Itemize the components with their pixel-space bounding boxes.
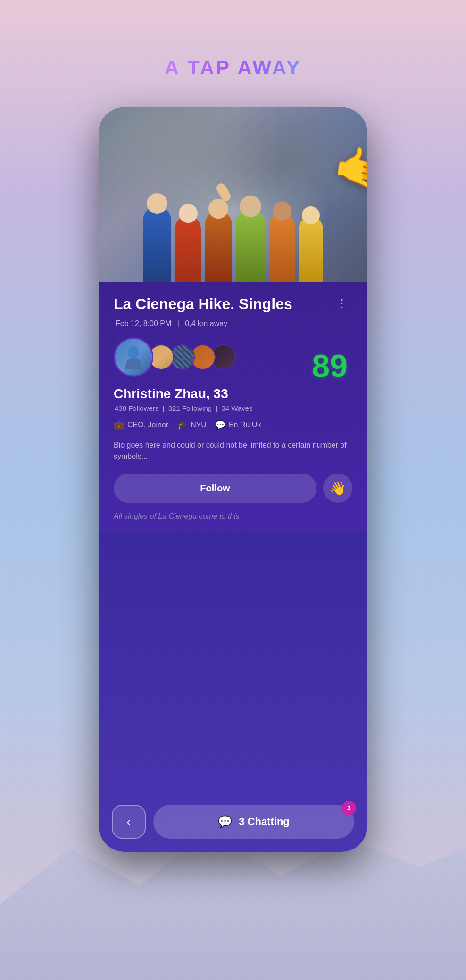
- wave-button[interactable]: 👋: [323, 474, 352, 503]
- card-header: La Cienega Hike. Singles ⋮: [114, 295, 352, 313]
- svg-point-0: [128, 346, 139, 359]
- notification-badge: 2: [342, 801, 356, 815]
- chat-bubble-icon: 💬: [218, 815, 232, 828]
- event-separator: |: [177, 319, 179, 327]
- event-distance: 0,4 km away: [185, 319, 227, 327]
- follow-button[interactable]: Follow: [114, 474, 316, 503]
- graduation-icon: 🎓: [177, 420, 187, 430]
- back-arrow-icon: ‹: [126, 814, 131, 829]
- profile-section: Christine Zhau, 33 438 Followers | 321 F…: [114, 386, 352, 412]
- chatting-button[interactable]: 💬 3 Chatting 2: [153, 805, 354, 839]
- tags-row: 💼 CEO, Joiner 🎓 NYU 💬 En Ru Uk: [114, 420, 352, 430]
- avatars-row: 89: [114, 337, 352, 377]
- briefcase-icon: 💼: [114, 420, 124, 430]
- waves-count: 34 Waves: [221, 404, 252, 412]
- followers-count: 438 Followers: [115, 404, 158, 412]
- people-silhouettes: [120, 178, 346, 282]
- hero-photo: [99, 107, 367, 282]
- speech-icon: 💬: [215, 420, 225, 430]
- following-count: 321 Following: [168, 404, 212, 412]
- avatar-main[interactable]: [114, 337, 153, 377]
- back-button[interactable]: ‹: [112, 805, 146, 839]
- education-label: NYU: [191, 421, 207, 429]
- preview-text: All singles of La Cienega come to this: [114, 512, 352, 521]
- tag-education: 🎓 NYU: [177, 420, 207, 430]
- avatar-main-photo: [115, 339, 152, 376]
- event-date: Feb 12, 8:00 PM: [116, 319, 171, 327]
- bottom-bar: ‹ 💬 3 Chatting 2: [99, 805, 367, 839]
- tag-languages: 💬 En Ru Uk: [215, 420, 261, 430]
- bio-text: Bio goes here and could or could not be …: [114, 440, 352, 462]
- more-options-button[interactable]: ⋮: [333, 295, 352, 312]
- hero-image: [99, 107, 367, 282]
- page-title: A TAP AWAY: [165, 57, 302, 79]
- event-meta: Feb 12, 8:00 PM | 0,4 km away: [114, 319, 352, 328]
- job-label: CEO, Joiner: [127, 421, 168, 429]
- languages-label: En Ru Uk: [229, 421, 261, 429]
- action-buttons: Follow 👋: [114, 474, 352, 503]
- stat-sep-1: |: [163, 404, 166, 412]
- card-content: La Cienega Hike. Singles ⋮ Feb 12, 8:00 …: [99, 282, 367, 532]
- tag-job: 💼 CEO, Joiner: [114, 420, 168, 430]
- chatting-label: 3 Chatting: [239, 816, 290, 828]
- profile-name: Christine Zhau, 33: [114, 386, 352, 401]
- stat-sep-2: |: [216, 404, 219, 412]
- score-badge: 89: [312, 350, 348, 382]
- profile-stats: 438 Followers | 321 Following | 34 Waves: [114, 404, 352, 412]
- event-title: La Cienega Hike. Singles: [114, 295, 333, 313]
- phone-container: La Cienega Hike. Singles ⋮ Feb 12, 8:00 …: [99, 107, 367, 852]
